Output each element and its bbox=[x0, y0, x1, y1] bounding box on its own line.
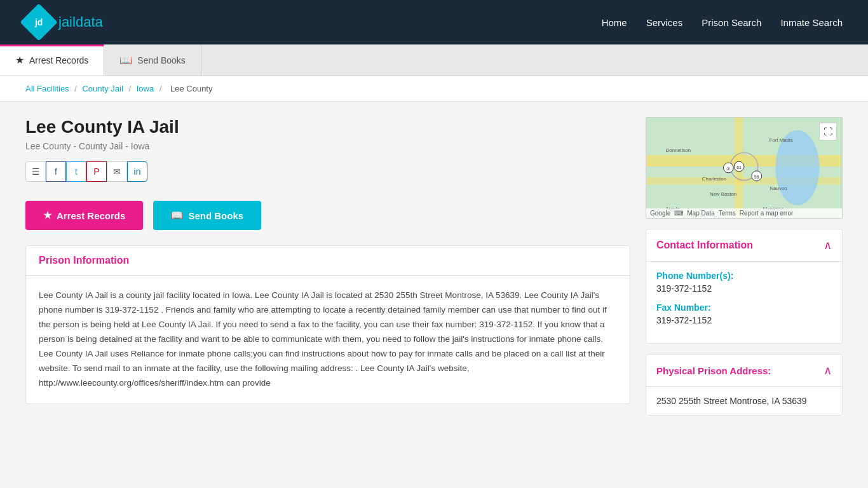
logo-jail: jail bbox=[58, 14, 76, 30]
arrest-records-button[interactable]: ★ Arrest Records bbox=[25, 201, 143, 230]
breadcrumb-current: Lee County bbox=[170, 84, 213, 93]
right-column: Donnellson Fort Madis Charleston New Bos… bbox=[646, 117, 843, 416]
main-content: Lee County IA Jail Lee County - County J… bbox=[0, 102, 868, 431]
svg-text:Charleston: Charleston bbox=[702, 176, 726, 182]
svg-text:②: ② bbox=[726, 166, 730, 171]
address-chevron-up[interactable]: ∧ bbox=[824, 363, 832, 377]
address-box: Physical Prison Address: ∧ 2530 255th St… bbox=[646, 354, 843, 416]
arrest-records-button-label: Arrest Records bbox=[57, 210, 125, 221]
logo-data: data bbox=[76, 14, 103, 30]
tab-arrest-records-label: Arrest Records bbox=[29, 55, 88, 65]
nav-prison-search[interactable]: Prison Search bbox=[702, 17, 761, 28]
map-svg: Donnellson Fort Madis Charleston New Bos… bbox=[646, 118, 842, 218]
contact-info-heading: Contact Information bbox=[656, 240, 753, 251]
svg-text:Donnellson: Donnellson bbox=[666, 147, 691, 153]
address-heading: Physical Prison Address: bbox=[656, 365, 771, 376]
map-footer: Google ⌨ Map Data Terms Report a map err… bbox=[646, 208, 842, 218]
pinterest-icon[interactable]: P bbox=[86, 161, 107, 182]
google-logo: Google bbox=[650, 210, 670, 217]
site-header: jd jaildata Home Services Prison Search … bbox=[0, 0, 868, 44]
contact-info-header: Contact Information ∧ bbox=[646, 229, 842, 262]
contact-chevron-up[interactable]: ∧ bbox=[824, 238, 832, 252]
map-terms[interactable]: Terms bbox=[719, 210, 736, 217]
svg-text:Fort Madis: Fort Madis bbox=[770, 137, 793, 143]
svg-text:New Boston: New Boston bbox=[710, 191, 737, 197]
address-body: 2530 255th Street Montrose, IA 53639 bbox=[646, 387, 842, 415]
svg-text:61: 61 bbox=[736, 165, 742, 170]
send-books-book-icon: 📖 bbox=[171, 210, 183, 221]
svg-text:96: 96 bbox=[754, 175, 759, 179]
page-title: Lee County IA Jail bbox=[25, 117, 630, 137]
keyboard-icon: ⌨ bbox=[674, 210, 683, 217]
prison-info-body: Lee County IA Jail is a county jail faci… bbox=[26, 276, 630, 403]
arrest-star-icon: ★ bbox=[43, 210, 51, 221]
email-icon[interactable]: ✉ bbox=[107, 161, 127, 182]
logo-diamond: jd bbox=[20, 3, 57, 41]
map-data-label: Map Data bbox=[687, 210, 714, 217]
facebook-icon[interactable]: f bbox=[46, 161, 66, 182]
main-nav: Home Services Prison Search Inmate Searc… bbox=[602, 17, 843, 28]
social-share-bar: ☰ f t P ✉ in bbox=[25, 161, 630, 182]
tab-arrest-records[interactable]: ★ Arrest Records bbox=[0, 44, 104, 76]
svg-text:Nauvoo: Nauvoo bbox=[770, 186, 787, 191]
breadcrumb-iowa[interactable]: Iowa bbox=[137, 84, 154, 93]
breadcrumb-sep-3: / bbox=[159, 84, 164, 93]
breadcrumb: All Facilities / County Jail / Iowa / Le… bbox=[0, 76, 868, 102]
map-report[interactable]: Report a map error bbox=[740, 210, 793, 217]
linkedin-icon[interactable]: in bbox=[127, 161, 147, 182]
left-column: Lee County IA Jail Lee County - County J… bbox=[25, 117, 630, 416]
breadcrumb-sep-1: / bbox=[74, 84, 79, 93]
nav-services[interactable]: Services bbox=[646, 17, 683, 28]
address-header: Physical Prison Address: ∧ bbox=[646, 355, 842, 387]
breadcrumb-county-jail[interactable]: County Jail bbox=[82, 84, 123, 93]
breadcrumb-all-facilities[interactable]: All Facilities bbox=[25, 84, 69, 93]
tabs-bar: ★ Arrest Records 📖 Send Books bbox=[0, 44, 868, 76]
send-books-button[interactable]: 📖 Send Books bbox=[153, 201, 261, 230]
phone-value: 319-372-1152 bbox=[656, 283, 832, 294]
logo-text: jaildata bbox=[58, 14, 103, 30]
fax-label: Fax Number: bbox=[656, 302, 832, 313]
action-buttons: ★ Arrest Records 📖 Send Books bbox=[25, 201, 630, 230]
map-container[interactable]: Donnellson Fort Madis Charleston New Bos… bbox=[646, 117, 843, 219]
contact-info-box: Contact Information ∧ Phone Number(s): 3… bbox=[646, 229, 843, 344]
nav-home[interactable]: Home bbox=[602, 17, 627, 28]
map-fullscreen-button[interactable]: ⛶ bbox=[819, 123, 837, 140]
prison-info-box: Prison Information Lee County IA Jail is… bbox=[25, 245, 630, 404]
book-icon: 📖 bbox=[119, 54, 132, 66]
logo-initials: jd bbox=[35, 17, 43, 27]
breadcrumb-sep-2: / bbox=[128, 84, 133, 93]
prison-info-header: Prison Information bbox=[26, 246, 630, 276]
send-books-button-label: Send Books bbox=[188, 210, 243, 221]
tab-send-books[interactable]: 📖 Send Books bbox=[104, 44, 201, 76]
logo[interactable]: jd jaildata bbox=[25, 9, 103, 36]
twitter-icon[interactable]: t bbox=[66, 161, 86, 182]
contact-info-body: Phone Number(s): 319-372-1152 Fax Number… bbox=[646, 262, 842, 343]
star-icon: ★ bbox=[15, 54, 24, 66]
fax-value: 319-372-1152 bbox=[656, 315, 832, 325]
page-subtitle: Lee County - County Jail - Iowa bbox=[25, 141, 630, 151]
phone-label: Phone Number(s): bbox=[656, 271, 832, 281]
prison-info-heading: Prison Information bbox=[39, 255, 617, 266]
share-button[interactable]: ☰ bbox=[25, 161, 46, 182]
tab-send-books-label: Send Books bbox=[137, 55, 186, 65]
nav-inmate-search[interactable]: Inmate Search bbox=[780, 17, 843, 28]
